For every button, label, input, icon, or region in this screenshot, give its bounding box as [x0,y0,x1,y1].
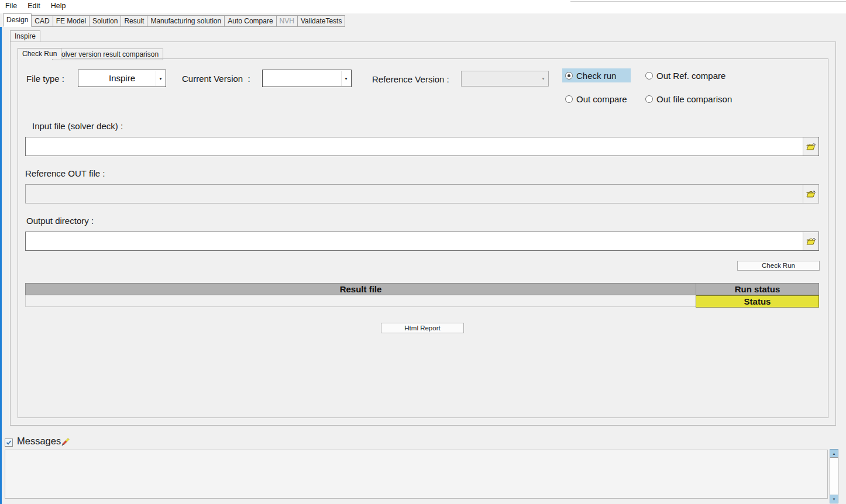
file-type-value: Inspire [78,70,166,86]
window-accent-edge [0,27,2,504]
check-icon [6,440,12,446]
tab-inspire[interactable]: Inspire [10,30,40,42]
input-file-field[interactable] [25,137,819,156]
top-right-divider [570,1,846,2]
main-tab-bar: Design CAD FE Model Solution Result Manu… [3,15,345,27]
table-header-result-file: Result file [25,283,696,295]
output-dir-label: Output directory : [26,216,94,226]
folder-open-icon [806,237,816,246]
folder-open-icon [806,143,816,151]
output-dir-field[interactable] [25,232,819,251]
radio-out-file-comparison-label[interactable]: Out file comparison [656,94,732,104]
file-type-select[interactable]: Inspire ▾ [78,70,166,87]
tab-validatetests[interactable]: ValidateTests [297,15,345,27]
check-run-button[interactable]: Check Run [737,261,820,271]
status-badge: Status [696,295,819,308]
chevron-down-icon: ▾ [341,71,350,86]
menu-item-file[interactable]: File [0,0,22,10]
radio-out-ref-compare-label[interactable]: Out Ref. compare [656,71,725,81]
tab-cad[interactable]: CAD [31,15,53,27]
reference-version-select[interactable]: ▾ [461,71,549,87]
html-report-button[interactable]: Html Report [381,323,464,333]
file-type-label: File type : [26,74,64,84]
tab-result[interactable]: Result [121,15,147,27]
tab-solution[interactable]: Solution [89,15,121,27]
scroll-down-button[interactable]: ▼ [830,495,838,503]
arrow-up-icon: ▲ [833,452,836,455]
scrollbar-track[interactable] [830,457,838,495]
radio-out-file-comparison[interactable] [645,95,653,103]
pencil-icon[interactable] [61,437,70,449]
radio-out-ref-compare[interactable] [645,72,653,80]
input-file-label: Input file (solver deck) : [32,121,123,131]
radio-check-run[interactable] [565,72,573,80]
tab-check-run[interactable]: Check Run [18,48,61,59]
reference-out-value [28,185,801,203]
reference-version-label: Reference Version : [372,74,449,84]
arrow-down-icon: ▼ [833,498,836,501]
messages-label: Messages [17,436,61,447]
tab-nvh[interactable]: NVH [276,15,298,27]
radio-out-compare-label[interactable]: Out compare [576,94,627,104]
output-dir-value [28,232,801,250]
tab-fe-model[interactable]: FE Model [53,15,90,27]
current-version-select[interactable]: ▾ [262,70,352,87]
radio-check-run-label[interactable]: Check run [576,71,616,81]
reference-out-browse-button[interactable] [803,185,819,203]
input-file-browse-button[interactable] [803,137,819,156]
table-cell-result-file [25,295,696,307]
output-dir-browse-button[interactable] [803,232,819,250]
menu-item-edit[interactable]: Edit [22,0,46,10]
input-file-value [28,137,801,156]
table-header-run-status: Run status [696,283,819,295]
messages-checkbox[interactable] [5,439,13,447]
menu-bar: FileEditHelp [0,0,846,13]
folder-open-icon [806,190,816,198]
radio-out-compare[interactable] [565,95,573,103]
tab-design[interactable]: Design [3,13,32,27]
current-version-label: Current Version : [182,74,250,84]
chevron-down-icon: ▾ [156,71,165,86]
tab-auto-compare[interactable]: Auto Compare [224,15,276,27]
menu-item-help[interactable]: Help [46,0,71,10]
messages-textarea[interactable] [5,450,828,499]
application-window: FileEditHelp Design CAD FE Model Solutio… [0,0,846,504]
tab-manufacturing-solution[interactable]: Manufacturing solution [147,15,225,27]
scroll-up-button[interactable]: ▲ [830,449,838,458]
reference-out-field[interactable] [25,184,819,203]
reference-out-label: Reference OUT file : [25,168,105,178]
chevron-down-icon: ▾ [539,72,548,85]
